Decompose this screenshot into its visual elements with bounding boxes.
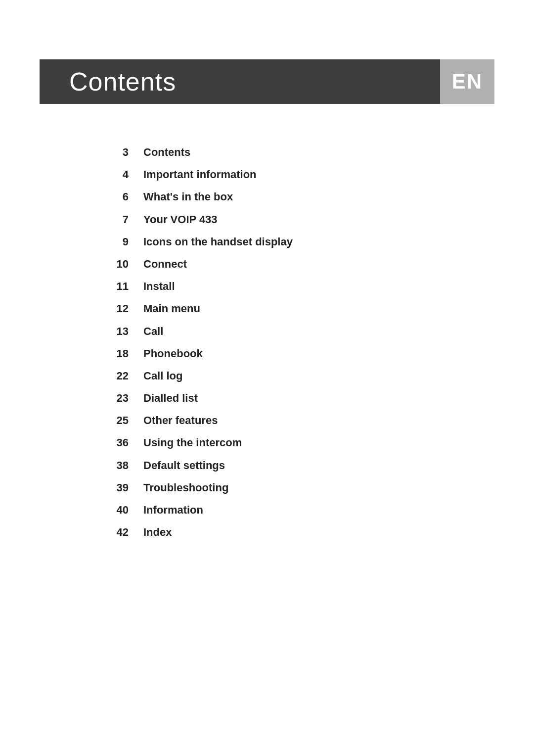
language-badge-text: EN <box>452 70 483 94</box>
item-label: Connect <box>143 255 187 273</box>
item-number: 39 <box>99 479 129 496</box>
item-label: Dialled list <box>143 389 198 407</box>
page-title: Contents <box>69 67 176 96</box>
list-item: 3Contents <box>99 143 494 161</box>
list-item: 42Index <box>99 523 494 541</box>
list-item: 18Phonebook <box>99 345 494 362</box>
item-label: Index <box>143 523 172 541</box>
list-item: 12Main menu <box>99 300 494 317</box>
language-badge: EN <box>440 59 494 104</box>
header-title-section: Contents <box>40 59 440 104</box>
item-number: 42 <box>99 523 129 541</box>
item-label: What's in the box <box>143 188 233 205</box>
item-number: 10 <box>99 255 129 273</box>
item-label: Your VOIP 433 <box>143 211 218 228</box>
item-number: 13 <box>99 323 129 340</box>
item-number: 7 <box>99 211 129 228</box>
item-number: 18 <box>99 345 129 362</box>
item-label: Troubleshooting <box>143 479 228 496</box>
contents-list: 3Contents4Important information6What's i… <box>99 143 494 541</box>
list-item: 6What's in the box <box>99 188 494 205</box>
list-item: 36Using the intercom <box>99 434 494 451</box>
item-number: 9 <box>99 233 129 250</box>
item-number: 12 <box>99 300 129 317</box>
item-number: 23 <box>99 389 129 407</box>
item-number: 25 <box>99 412 129 429</box>
header-bar: Contents EN <box>40 59 494 104</box>
item-label: Phonebook <box>143 345 203 362</box>
item-label: Information <box>143 501 203 519</box>
item-label: Important information <box>143 166 257 183</box>
item-label: Default settings <box>143 457 225 474</box>
item-number: 3 <box>99 143 129 161</box>
item-label: Call <box>143 323 163 340</box>
item-label: Install <box>143 278 175 295</box>
list-item: 23Dialled list <box>99 389 494 407</box>
list-item: 40Information <box>99 501 494 519</box>
item-number: 40 <box>99 501 129 519</box>
list-item: 9Icons on the handset display <box>99 233 494 250</box>
item-number: 11 <box>99 278 129 295</box>
item-label: Using the intercom <box>143 434 242 451</box>
list-item: 4Important information <box>99 166 494 183</box>
item-number: 6 <box>99 188 129 205</box>
list-item: 13Call <box>99 323 494 340</box>
list-item: 38Default settings <box>99 457 494 474</box>
list-item: 10Connect <box>99 255 494 273</box>
item-label: Call log <box>143 367 182 384</box>
list-item: 39Troubleshooting <box>99 479 494 496</box>
item-number: 22 <box>99 367 129 384</box>
item-label: Main menu <box>143 300 200 317</box>
page-container: Contents EN 3Contents4Important informat… <box>0 59 534 756</box>
list-item: 11Install <box>99 278 494 295</box>
list-item: 22Call log <box>99 367 494 384</box>
item-label: Other features <box>143 412 218 429</box>
item-number: 4 <box>99 166 129 183</box>
item-number: 36 <box>99 434 129 451</box>
item-number: 38 <box>99 457 129 474</box>
list-item: 25Other features <box>99 412 494 429</box>
item-label: Icons on the handset display <box>143 233 293 250</box>
item-label: Contents <box>143 143 190 161</box>
list-item: 7Your VOIP 433 <box>99 211 494 228</box>
